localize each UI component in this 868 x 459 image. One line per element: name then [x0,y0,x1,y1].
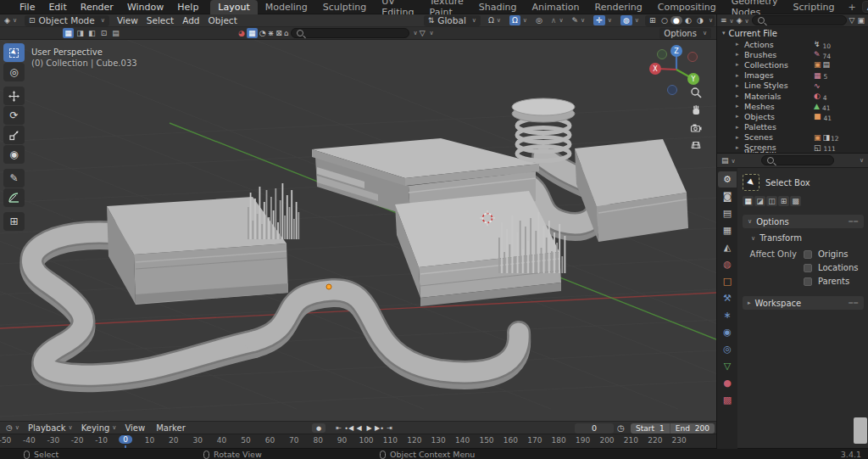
workspace-tab[interactable]: Sculpting [315,0,374,14]
properties-tab[interactable]: ▽ [718,358,737,374]
properties-tab[interactable]: ◍ [718,256,737,272]
viewport-menu-item[interactable]: Object [204,15,242,25]
collection-visibility-toggle[interactable]: ▤ [110,28,121,38]
workspace-tab[interactable]: + [842,0,861,14]
show-gizmo-toggle[interactable]: ✛∨ [589,15,616,25]
proportional-falloff-button[interactable]: ∧∨ [547,16,568,25]
timeline-editor-type-button[interactable]: ◷∨ [0,423,24,432]
expand-arrow-icon[interactable]: ▸ [736,124,744,131]
camera-filter-icon[interactable]: ⊠ [275,29,282,37]
outliner-row[interactable]: ▸ Meshes ▲ 41 [717,101,868,111]
measure-tool[interactable] [3,188,25,207]
timeline-ruler[interactable]: -50-40-30-20-100102030405060708090100110… [0,434,716,448]
expand-arrow-icon[interactable]: ▸ [736,41,744,48]
viewport-3d[interactable]: User Perspective (0) Collection | Cube.0… [0,40,716,421]
options-dropdown[interactable]: Options ∨ [659,28,711,39]
transport-button[interactable]: ▶ [364,423,374,434]
select-mode-button[interactable]: ◫ [766,196,777,206]
start-frame-field[interactable]: Start 1 [631,423,670,434]
timeline-menu-item[interactable]: Marker [152,423,192,433]
properties-tab[interactable]: ⚒ [718,290,737,306]
select-mode-button[interactable]: ▦ [743,196,754,206]
properties-tab[interactable]: ▦ [718,222,737,238]
add-cube-tool[interactable]: ⊞ [3,212,25,231]
outliner-row[interactable]: ▸ Materials ◐ 4 [717,91,868,101]
filter-sphere-icon[interactable]: ◕ [238,29,245,37]
outliner-row[interactable]: ▸ Line Styles ∿ [717,81,868,91]
menu-item[interactable]: Window [120,2,170,13]
properties-tab[interactable]: ◭ [718,239,737,255]
outliner-row[interactable]: ▸ Brushes ✎ 74 [717,49,868,59]
filter-funnel-icon[interactable]: ▽ [420,29,426,37]
transport-button[interactable]: ∙◀ [344,423,353,434]
end-frame-field[interactable]: End 200 [670,423,715,434]
properties-tab[interactable]: ◉ [718,324,737,340]
annotate-visibility-button[interactable]: ✎∨ [568,16,590,25]
display-mode-dropdown[interactable]: ◈∨ [737,16,749,25]
snap-toggle[interactable]: Ω∨ [505,15,531,25]
expand-arrow-icon[interactable]: ▸ [736,61,744,68]
outliner-search-input[interactable] [752,15,847,25]
gizmo-axis-neg-z[interactable] [668,86,677,95]
chevron-down-icon[interactable]: ∨ [414,30,418,36]
mesh-filter-toggle[interactable]: ▦ [247,28,258,38]
workspace-panel-header[interactable]: ▸ Workspace ══ [743,296,864,310]
transform-tool[interactable]: ◉ [3,145,25,164]
workspace-tab[interactable]: Animation [524,0,587,14]
transport-button[interactable]: ⇥ [385,423,394,434]
light-filter-icon[interactable]: ⋇ [268,29,275,37]
properties-tab[interactable]: ◙ [718,188,737,204]
workspace-tab[interactable]: Layout [210,0,257,14]
collection-visibility-toggle[interactable]: ◧ [86,28,97,38]
menu-item[interactable]: Edit [42,2,73,13]
toggle-xray-icon[interactable]: ⊞ [647,16,659,25]
editor-type-button[interactable]: ◈∨ [0,16,21,25]
solid-shading-icon[interactable]: ● [670,16,682,25]
use-preview-range-toggle[interactable]: ◷ [617,423,625,433]
workspace-tab[interactable]: Modeling [258,0,315,14]
playhead[interactable]: 0 [119,435,132,444]
timeline-menu-item[interactable]: View [120,423,152,433]
expand-arrow-icon[interactable]: ▾ [722,30,726,36]
spring-object[interactable] [512,98,575,161]
timeline-menu-item[interactable]: Playback∨ [24,423,77,433]
zoom-view-button[interactable] [687,84,704,101]
viewport-menu-item[interactable]: View [113,15,142,25]
platform-left[interactable] [107,197,288,305]
options-panel-header[interactable]: ∨ Options ══ [743,215,864,228]
cursor-tool[interactable]: ◎ [3,63,25,81]
gizmo-axis-neg-x[interactable] [688,53,698,62]
workspace-tab[interactable]: Shading [471,0,525,14]
properties-tab[interactable]: ▤ [718,205,737,221]
viewport-search-input[interactable] [291,28,409,38]
collection-visibility-toggle[interactable]: ▦ [63,28,74,38]
parents-checkbox[interactable] [804,277,812,286]
locations-checkbox[interactable] [804,264,812,272]
workspace-tab[interactable]: Scripting [786,0,843,14]
snap-target-button[interactable]: Ω∨ [484,16,505,25]
menu-item[interactable]: File [13,2,42,13]
expand-arrow-icon[interactable]: ▸ [736,51,744,58]
menu-item[interactable]: Render [74,2,120,13]
workspace-tab[interactable]: Rendering [587,0,650,14]
curve-filter-icon[interactable]: ◔ [259,29,266,37]
outliner-editor-type-button[interactable]: ≡∨ [721,16,734,25]
properties-tab[interactable]: ∗ [718,307,737,323]
expand-arrow-icon[interactable]: ▸ [736,134,744,141]
material-shading-icon[interactable]: ◐ [682,16,694,25]
workspace-tab[interactable]: Geometry Nodes [724,0,786,14]
rotate-tool[interactable]: ⟳ [3,106,25,125]
chevron-down-icon[interactable]: ∨ [430,30,434,36]
transport-button[interactable]: ▶∙ [375,423,384,434]
expand-arrow-icon[interactable]: ▸ [736,113,744,120]
select-box-tool[interactable]: ▶ [3,43,25,62]
outliner-row[interactable]: ▸ Palettes [717,122,868,132]
outliner-row[interactable]: ▸ Collections ▣ ▤ [717,59,868,70]
properties-tab[interactable]: □ [718,273,737,289]
outliner-row[interactable]: ▸ Objects ■ 41 [717,111,868,121]
annotate-tool[interactable]: ✎ [3,169,25,188]
menu-item[interactable]: Help [170,2,205,13]
move-tool[interactable] [3,87,25,105]
active-tool-row[interactable]: ▶ Select Box [743,174,864,191]
collection-visibility-toggle[interactable]: ◨ [75,28,86,38]
